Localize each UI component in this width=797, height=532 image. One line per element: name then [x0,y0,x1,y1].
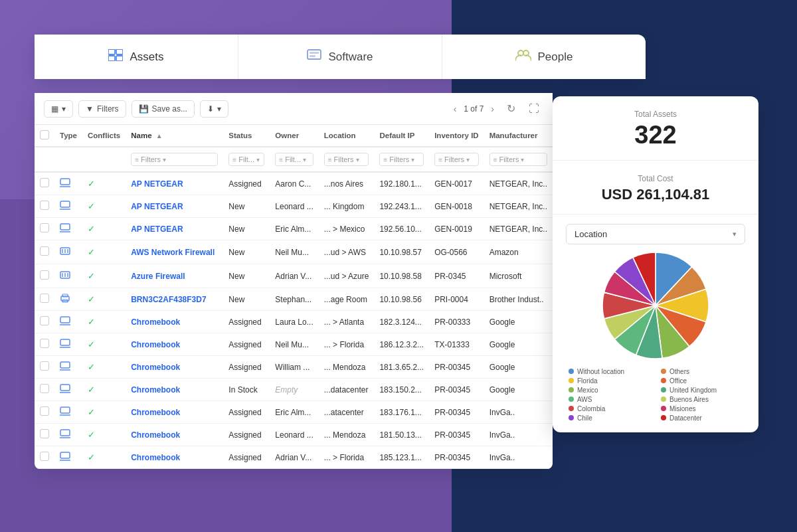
row-name[interactable]: AP NETGEAR [126,195,223,218]
table-row: ✓ Chromebook Assigned Laura Lo... ... > … [35,311,553,333]
row-location: ...ud > AWS [319,240,375,264]
owner-filter[interactable]: ≡Filt...▾ [275,153,313,166]
select-all-header[interactable] [35,125,54,147]
row-name[interactable]: Chromebook [126,424,223,446]
legend-dot-2 [569,378,574,383]
row-owner: Neil Mu... [270,240,318,264]
row-type-icon [54,218,82,240]
row-checkbox[interactable] [35,288,54,311]
svg-rect-19 [67,273,68,277]
save-as-btn[interactable]: 💾 Save as... [132,100,195,118]
chart-section: Location ▾ Without locationOthersFlorida… [553,215,758,432]
row-ip: 183.150.2... [374,379,429,401]
next-page-btn[interactable]: › [487,102,497,116]
row-name[interactable]: Chromebook [126,356,223,379]
view-toggle-btn[interactable]: ▦ ▾ [44,100,73,118]
inventory-id-header[interactable]: Inventory ID [429,125,484,147]
location-filter[interactable]: ≡Filters▾ [324,153,369,166]
row-name[interactable]: Chromebook [126,446,223,469]
fullscreen-btn[interactable]: ⛶ [525,100,543,118]
mfr-filter[interactable]: ≡Filters▾ [489,153,547,166]
row-manufacturer: Brother Indust.. [484,288,553,311]
tab-people[interactable]: People [442,35,646,79]
row-checkbox[interactable] [35,218,54,240]
row-name[interactable]: AP NETGEAR [126,218,223,240]
row-name[interactable]: Chromebook [126,379,223,401]
row-name[interactable]: BRN3C2AF438F3D7 [126,288,223,311]
row-checkbox[interactable] [35,356,54,379]
row-checkbox[interactable] [35,333,54,356]
manufacturer-header[interactable]: Manufacturer [484,125,553,147]
svg-rect-10 [60,201,70,207]
row-inventory-id: PR-00345 [429,379,484,401]
row-type-icon [54,240,82,264]
type-header[interactable]: Type [54,125,82,147]
total-cost-label: Total Cost [569,174,743,183]
total-assets-section: Total Assets 322 [553,96,758,161]
row-checkbox[interactable] [35,311,54,333]
conflicts-header[interactable]: Conflicts [82,125,126,147]
row-checkbox[interactable] [35,172,54,195]
row-checkbox[interactable] [35,379,54,401]
row-type-icon [54,424,82,446]
legend-dot-0 [569,369,574,374]
row-location: ... > Mexico [319,218,375,240]
row-name[interactable]: AWS Network Firewall [126,240,223,264]
legend-label-3: Office [669,377,687,385]
row-manufacturer: Google [484,333,553,356]
invid-filter[interactable]: ≡Filters▾ [434,153,478,166]
legend-dot-1 [661,369,666,374]
row-manufacturer: NETGEAR, Inc.. [484,218,553,240]
total-assets-value: 322 [569,122,743,149]
row-checkbox[interactable] [35,240,54,264]
row-owner: Leonard ... [270,195,318,218]
name-header[interactable]: Name ▲ [126,125,223,147]
prev-page-btn[interactable]: ‹ [450,102,460,116]
table-panel: ▦ ▾ ▼ Filters 💾 Save as... ⬇ ▾ ‹ 1 of 7 … [35,93,553,469]
filters-btn[interactable]: ▼ Filters [78,100,126,118]
legend-label-7: Buenos Aires [669,396,709,403]
ip-header[interactable]: Default IP [374,125,429,147]
location-dropdown-label: Location [575,229,607,239]
row-conflict: ✓ [82,356,126,379]
legend-item-10: Chile [569,414,650,422]
row-checkbox[interactable] [35,446,54,469]
legend-label-6: AWS [577,396,592,403]
row-name[interactable]: Azure Firewall [126,264,223,288]
row-owner: Eric Alm... [270,401,318,424]
row-inventory-id: PR-00345 [429,424,484,446]
software-icon [307,49,321,64]
row-checkbox[interactable] [35,264,54,288]
table-row: ✓ Chromebook Assigned Eric Alm... ...ata… [35,401,553,424]
location-header[interactable]: Location [319,125,375,147]
tab-software[interactable]: Software [238,35,442,79]
row-inventory-id: PR-0345 [429,264,484,288]
tab-assets[interactable]: Assets [35,35,238,79]
total-cost-section: Total Cost USD 261,104.81 [553,161,758,215]
row-inventory-id: TX-01333 [429,333,484,356]
row-checkbox[interactable] [35,401,54,424]
row-checkbox[interactable] [35,424,54,446]
legend-item-5: United Kingdom [661,387,743,394]
row-name[interactable]: Chromebook [126,311,223,333]
row-checkbox[interactable] [35,195,54,218]
legend-label-0: Without location [577,368,624,375]
download-btn[interactable]: ⬇ ▾ [200,100,228,118]
legend-item-7: Buenos Aires [661,396,743,403]
row-ip: 181.3.65.2... [374,356,429,379]
location-dropdown[interactable]: Location ▾ [566,224,745,244]
name-filter[interactable]: ≡Filters▾ [131,153,218,166]
owner-header[interactable]: Owner [270,125,318,147]
status-filter[interactable]: ≡Filt...▾ [228,153,264,166]
refresh-btn[interactable]: ↻ [503,100,519,118]
row-name[interactable]: AP NETGEAR [126,172,223,195]
row-name[interactable]: Chromebook [126,401,223,424]
row-type-icon [54,333,82,356]
row-location: ... > Florida [319,446,375,469]
row-name[interactable]: Chromebook [126,333,223,356]
svg-rect-3 [116,56,123,61]
ip-filter[interactable]: ≡Filters▾ [379,153,424,166]
status-header[interactable]: Status [223,125,270,147]
row-ip: 10.10.98.56 [374,288,429,311]
chevron-down-icon: ▾ [733,230,737,238]
